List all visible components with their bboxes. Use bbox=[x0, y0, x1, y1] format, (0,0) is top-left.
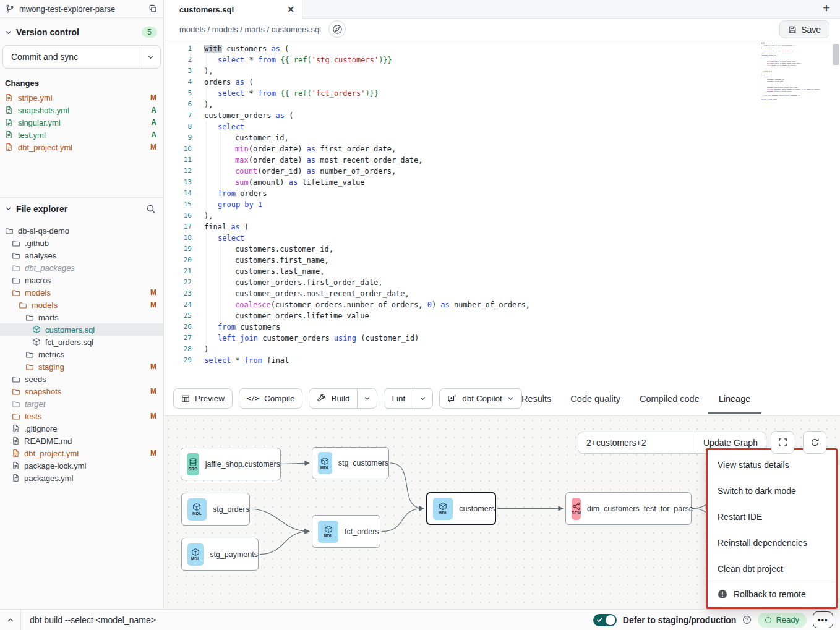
change-item[interactable]: stripe.ymlM bbox=[0, 92, 163, 104]
tree-item-readme-md[interactable]: README.md bbox=[0, 435, 163, 447]
explore-button[interactable] bbox=[328, 20, 346, 38]
code-line-3[interactable]: ), bbox=[204, 66, 530, 77]
tree-item-seeds[interactable]: seeds bbox=[0, 373, 163, 385]
menu-item-reinstall-dependencies[interactable]: Reinstall dependencies bbox=[708, 530, 836, 556]
minimap[interactable]: with customers as (select * from {{ ref(… bbox=[761, 42, 825, 122]
code-line-5[interactable]: select * from {{ ref('fct_orders')}} bbox=[204, 88, 530, 99]
commit-and-sync-button[interactable]: Commit and sync bbox=[3, 46, 140, 68]
fullscreen-button[interactable] bbox=[771, 431, 794, 454]
lineage-node-jaffle_shop.customers[interactable]: SRCjaffle_shop.customers bbox=[181, 448, 281, 480]
tree-item-target[interactable]: target bbox=[0, 398, 163, 410]
change-item[interactable]: snapshots.ymlA bbox=[0, 104, 163, 116]
lineage-node-customers[interactable]: MDLcustomers bbox=[426, 492, 496, 525]
code-line-13[interactable]: sum(amount) as lifetime_value bbox=[204, 177, 530, 188]
code-line-19[interactable]: customers.customer_id, bbox=[204, 244, 530, 255]
file-explorer-header[interactable]: File explorer bbox=[0, 197, 163, 219]
code-line-27[interactable]: left join customer_orders using (custome… bbox=[204, 333, 530, 344]
code-line-18[interactable]: select bbox=[204, 232, 530, 244]
lint-button[interactable]: Lint bbox=[384, 389, 413, 408]
new-tab-button[interactable]: + bbox=[823, 1, 830, 15]
close-icon[interactable]: ✕ bbox=[287, 5, 294, 14]
code-line-20[interactable]: customers.first_name, bbox=[204, 255, 530, 266]
code-editor[interactable]: 1234567891011121314151617181920212223242… bbox=[165, 40, 840, 381]
copy-branch-icon[interactable] bbox=[148, 4, 157, 13]
tree-item-tests[interactable]: testsM bbox=[0, 410, 163, 422]
code-line-17[interactable]: final as ( bbox=[204, 221, 530, 232]
tree-item-metrics[interactable]: metrics bbox=[0, 348, 163, 360]
commit-options-chevron[interactable] bbox=[140, 46, 160, 68]
refresh-graph-button[interactable] bbox=[803, 431, 826, 454]
code-line-25[interactable]: customer_orders.lifetime_value bbox=[204, 310, 530, 321]
tree-item-package-lock-yml[interactable]: package-lock.yml bbox=[0, 459, 163, 472]
lint-options-chevron[interactable] bbox=[413, 389, 432, 408]
code-line-15[interactable]: group by 1 bbox=[204, 199, 530, 210]
code-line-26[interactable]: from customers bbox=[204, 321, 530, 333]
tree-item--github[interactable]: .github bbox=[0, 237, 163, 249]
code-line-8[interactable]: select bbox=[204, 121, 530, 132]
code-line-16[interactable]: ), bbox=[204, 210, 530, 221]
code-line-23[interactable]: customer_orders.most_recent_order_date, bbox=[204, 288, 530, 299]
code-line-2[interactable]: select * from {{ ref('stg_customers')}} bbox=[204, 54, 530, 66]
code-line-4[interactable]: orders as ( bbox=[204, 77, 530, 88]
editor-scrollbar[interactable] bbox=[833, 40, 839, 381]
build-button[interactable]: Build bbox=[309, 389, 357, 408]
tree-item-fct-orders-sql[interactable]: fct_orders.sql bbox=[0, 336, 163, 348]
version-control-header[interactable]: Version control 5 bbox=[0, 18, 163, 41]
change-item[interactable]: test.ymlA bbox=[0, 129, 163, 141]
code-line-14[interactable]: from orders bbox=[204, 188, 530, 199]
tree-item-dbt-packages[interactable]: dbt_packages bbox=[0, 262, 163, 274]
tab-lineage[interactable]: Lineage bbox=[719, 381, 751, 415]
code-line-11[interactable]: max(order_date) as most_recent_order_dat… bbox=[204, 155, 530, 166]
code-line-22[interactable]: customer_orders.first_order_date, bbox=[204, 277, 530, 288]
tab-customers-sql[interactable]: customers.sql ✕ bbox=[165, 0, 302, 19]
menu-item-view-status-details[interactable]: View status details bbox=[708, 452, 836, 478]
save-button[interactable]: Save bbox=[779, 20, 829, 38]
search-icon[interactable] bbox=[146, 204, 156, 214]
help-icon[interactable] bbox=[742, 615, 752, 624]
defer-toggle[interactable] bbox=[593, 614, 617, 626]
code-line-1[interactable]: with customers as ( bbox=[204, 43, 530, 54]
tab-results[interactable]: Results bbox=[521, 381, 551, 415]
menu-item-rollback-to-remote[interactable]: Rollback to remote bbox=[708, 582, 836, 606]
tree-item-models[interactable]: modelsM bbox=[0, 299, 163, 311]
change-item[interactable]: dbt_project.ymlM bbox=[0, 141, 163, 153]
preview-button[interactable]: Preview bbox=[173, 388, 233, 409]
menu-item-switch-to-dark-mode[interactable]: Switch to dark mode bbox=[708, 478, 836, 504]
tree-item-macros[interactable]: macros bbox=[0, 274, 163, 286]
code-line-9[interactable]: customer_id, bbox=[204, 132, 530, 143]
tree-item-snapshots[interactable]: snapshotsM bbox=[0, 385, 163, 398]
tree-item--gitignore[interactable]: .gitignore bbox=[0, 422, 163, 435]
compile-button[interactable]: </> Compile bbox=[239, 388, 302, 409]
command-input[interactable]: dbt build --select <model_name> bbox=[21, 615, 156, 625]
tree-item-db-sl-qs-demo[interactable]: db-sl-qs-demo bbox=[0, 224, 163, 237]
code-line-10[interactable]: min(order_date) as first_order_date, bbox=[204, 143, 530, 155]
scrollbar-thumb[interactable] bbox=[833, 44, 839, 65]
code-line-28[interactable]: ) bbox=[204, 344, 530, 355]
tree-item-packages-yml[interactable]: packages.yml bbox=[0, 472, 163, 484]
menu-item-clean-dbt-project[interactable]: Clean dbt project bbox=[708, 556, 836, 582]
tree-item-marts[interactable]: marts bbox=[0, 311, 163, 323]
lineage-node-dim_customers_test_for_parse[interactable]: SEMdim_customers_test_for_parse bbox=[565, 492, 692, 525]
tree-item-dbt-project-yml[interactable]: dbt_project.ymlM bbox=[0, 447, 163, 459]
lineage-node-stg_customers[interactable]: MDLstg_customers bbox=[312, 447, 389, 479]
menu-item-restart-ide[interactable]: Restart IDE bbox=[708, 504, 836, 530]
change-item[interactable]: singular.ymlA bbox=[0, 116, 163, 129]
lineage-node-stg_payments[interactable]: MDLstg_payments bbox=[181, 538, 259, 571]
code-line-6[interactable]: ), bbox=[204, 99, 530, 110]
code-line-29[interactable]: select * from final bbox=[204, 355, 530, 366]
more-options-button[interactable]: ••• bbox=[813, 611, 833, 628]
build-options-chevron[interactable] bbox=[358, 389, 377, 408]
code-line-21[interactable]: customers.last_name, bbox=[204, 266, 530, 277]
tree-item-customers-sql[interactable]: customers.sql bbox=[0, 323, 163, 336]
code-line-24[interactable]: coalesce(customer_orders.number_of_order… bbox=[204, 299, 530, 310]
code-content[interactable]: with customers as (select * from {{ ref(… bbox=[204, 43, 530, 366]
code-line-12[interactable]: count(order_id) as number_of_orders, bbox=[204, 166, 530, 177]
lineage-node-stg_orders[interactable]: MDLstg_orders bbox=[181, 493, 250, 526]
lineage-node-fct_orders[interactable]: MDLfct_orders bbox=[312, 515, 380, 548]
tree-item-staging[interactable]: stagingM bbox=[0, 360, 163, 373]
tree-item-analyses[interactable]: analyses bbox=[0, 249, 163, 262]
dbt-copilot-button[interactable]: dbt Copilot bbox=[439, 388, 522, 409]
tree-item-models[interactable]: modelsM bbox=[0, 286, 163, 299]
tab-code-quality[interactable]: Code quality bbox=[570, 381, 620, 415]
chevron-up-icon[interactable] bbox=[0, 616, 20, 624]
